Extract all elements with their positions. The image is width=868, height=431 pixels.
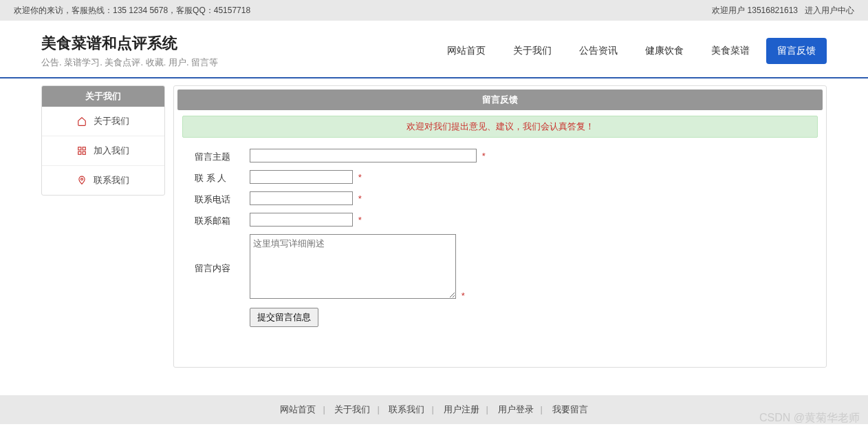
svg-rect-2 xyxy=(78,151,81,154)
logo: 美食菜谱和点评系统 公告. 菜谱学习. 美食点评. 收藏. 用户. 留言等 xyxy=(41,33,218,69)
required-mark: * xyxy=(358,215,362,225)
sidebar-item-label: 加入我们 xyxy=(94,145,129,157)
subject-label: 留言主题 xyxy=(195,149,250,163)
sidebar-item-label: 联系我们 xyxy=(94,174,129,187)
email-label: 联系邮箱 xyxy=(195,213,250,227)
header: 美食菜谱和点评系统 公告. 菜谱学习. 美食点评. 收藏. 用户. 留言等 网站… xyxy=(0,21,868,78)
required-mark: * xyxy=(482,151,486,161)
pin-icon xyxy=(77,176,87,185)
footer-link-login[interactable]: 用户登录 xyxy=(498,404,534,414)
feedback-form: 留言主题 * 联 系 人 * 联系电话 * xyxy=(174,143,826,339)
sidebar-title: 关于我们 xyxy=(42,86,164,107)
required-mark: * xyxy=(358,172,362,182)
required-mark: * xyxy=(358,193,362,204)
nav-recipes[interactable]: 美食菜谱 xyxy=(700,38,761,64)
nav-feedback[interactable]: 留言反馈 xyxy=(766,38,827,64)
svg-rect-3 xyxy=(83,151,85,154)
footer-link-home[interactable]: 网站首页 xyxy=(280,404,316,414)
nav-news[interactable]: 公告资讯 xyxy=(568,38,629,64)
footer-link-about[interactable]: 关于我们 xyxy=(334,404,370,414)
sidebar-item-about[interactable]: 关于我们 xyxy=(42,107,164,136)
svg-rect-0 xyxy=(78,147,81,150)
contact-label: 联 系 人 xyxy=(195,170,250,185)
sidebar-item-contact[interactable]: 联系我们 xyxy=(42,166,164,195)
footer-link-contact[interactable]: 联系我们 xyxy=(389,404,424,414)
topbar: 欢迎你的来访，客服热线：135 1234 5678，客服QQ：45157718 … xyxy=(0,0,868,21)
submit-button[interactable]: 提交留言信息 xyxy=(250,308,318,327)
content-textarea[interactable] xyxy=(250,234,456,299)
sidebar-item-join[interactable]: 加入我们 xyxy=(42,136,164,166)
topbar-welcome: 欢迎你的来访，客服热线：135 1234 5678，客服QQ：45157718 xyxy=(14,0,250,21)
notice-banner: 欢迎对我们提出意见、建议，我们会认真答复！ xyxy=(182,116,818,138)
content-label: 留言内容 xyxy=(195,260,250,275)
footer-link-feedback[interactable]: 我要留言 xyxy=(552,404,588,414)
nav-health[interactable]: 健康饮食 xyxy=(634,38,695,64)
container: 关于我们 关于我们 加入我们 联系我们 留言反馈 欢迎对我们提出意见、建议，我们… xyxy=(0,78,868,381)
sidebar: 关于我们 关于我们 加入我们 联系我们 xyxy=(41,85,165,196)
user-center-link[interactable]: 进入用户中心 xyxy=(805,0,854,21)
home-icon xyxy=(77,116,87,126)
user-prefix: 欢迎用户 xyxy=(712,0,745,21)
nav-about[interactable]: 关于我们 xyxy=(502,38,563,64)
main-panel: 留言反馈 欢迎对我们提出意见、建议，我们会认真答复！ 留言主题 * 联 系 人 … xyxy=(173,85,827,368)
phone-label: 联系电话 xyxy=(195,191,250,206)
email-input[interactable] xyxy=(250,213,353,227)
required-mark: * xyxy=(462,291,465,301)
sidebar-item-label: 关于我们 xyxy=(94,115,129,127)
phone-input[interactable] xyxy=(250,191,353,205)
site-title: 美食菜谱和点评系统 xyxy=(41,33,218,54)
footer-nav: 网站首页| 关于我们| 联系我们| 用户注册| 用户登录| 我要留言 xyxy=(0,395,868,424)
contact-input[interactable] xyxy=(250,170,353,184)
site-subtitle: 公告. 菜谱学习. 美食点评. 收藏. 用户. 留言等 xyxy=(41,56,218,69)
svg-point-4 xyxy=(81,178,83,180)
username: 13516821613 xyxy=(748,0,798,21)
main-nav: 网站首页 关于我们 公告资讯 健康饮食 美食菜谱 留言反馈 xyxy=(436,38,827,64)
copyright: CopyRight@XX系统 某X省ICP备案XXXXX号 作者QQ：45157… xyxy=(0,424,868,431)
topbar-user: 欢迎用户 13516821613 进入用户中心 xyxy=(712,0,854,21)
footer-link-register[interactable]: 用户注册 xyxy=(444,404,479,414)
panel-title: 留言反馈 xyxy=(177,90,823,110)
subject-input[interactable] xyxy=(250,149,477,162)
svg-rect-1 xyxy=(83,147,85,150)
nav-home[interactable]: 网站首页 xyxy=(436,38,497,64)
grid-icon xyxy=(77,146,87,156)
